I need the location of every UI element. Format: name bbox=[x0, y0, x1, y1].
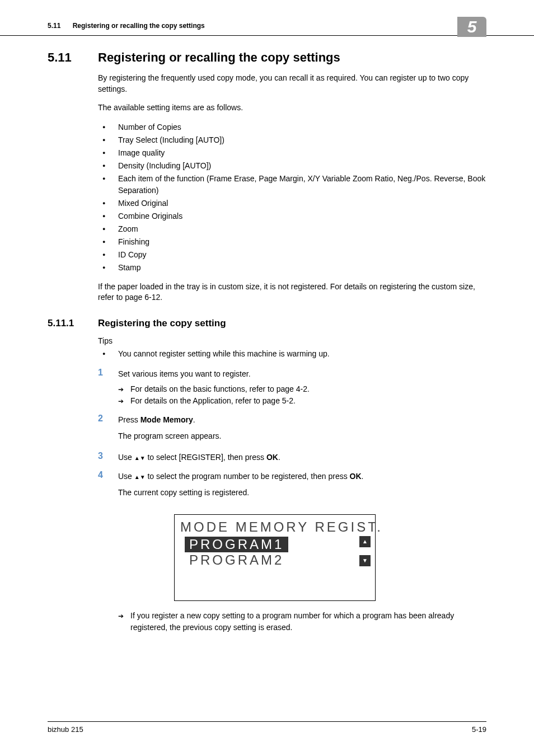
step-3: 3 Use ▲▼ to select [REGISTER], then pres… bbox=[98, 451, 486, 463]
list-item: Density (Including [AUTO]) bbox=[98, 160, 486, 172]
header-section-title: Registering or recalling the copy settin… bbox=[73, 22, 205, 30]
step-text-pre: Use bbox=[118, 453, 134, 462]
step-text-pre: Use bbox=[118, 472, 134, 481]
settings-list: Number of Copies Tray Select (Including … bbox=[98, 121, 486, 274]
step-arrows: For details on the basic functions, refe… bbox=[118, 383, 486, 407]
section-title: Registering or recalling the copy settin… bbox=[98, 50, 340, 65]
subsection-title: Registering the copy setting bbox=[98, 318, 226, 329]
step-bold: OK bbox=[266, 453, 278, 462]
screen-selected-item: PROGRAM1 bbox=[185, 537, 288, 552]
step-2: 2 Press Mode Memory. The program screen … bbox=[98, 414, 486, 444]
list-item: Finishing bbox=[98, 236, 486, 248]
step-result: The program screen appears. bbox=[118, 430, 486, 442]
step-text-post: . bbox=[193, 415, 195, 424]
section-number: 5.11 bbox=[48, 50, 98, 65]
page-header: 5.11 Registering or recalling the copy s… bbox=[0, 0, 534, 36]
chapter-badge: 5 bbox=[457, 17, 486, 37]
step-bold: OK bbox=[350, 472, 362, 481]
section-heading: 5.11 Registering or recalling the copy s… bbox=[48, 50, 486, 65]
step-body: Use ▲▼ to select [REGISTER], then press … bbox=[118, 451, 486, 463]
list-item: Each item of the function (Frame Erase, … bbox=[98, 173, 486, 196]
list-item: Zoom bbox=[98, 223, 486, 235]
step-number: 3 bbox=[98, 451, 118, 463]
header-breadcrumb: 5.11 Registering or recalling the copy s… bbox=[48, 21, 205, 31]
step-4: 4 Use ▲▼ to select the program number to… bbox=[98, 470, 486, 501]
list-item: You cannot register setting while this m… bbox=[98, 348, 486, 360]
tips-label: Tips bbox=[98, 336, 486, 347]
arrow-item: For details on the Application, refer to… bbox=[118, 395, 486, 407]
scroll-down-icon: ▼ bbox=[359, 555, 371, 566]
step-text-mid: to select the program number to be regis… bbox=[146, 472, 350, 481]
section-note: If the paper loaded in the tray is in cu… bbox=[98, 281, 486, 303]
list-item: ID Copy bbox=[98, 249, 486, 261]
list-item: Mixed Original bbox=[98, 198, 486, 209]
step-text-post: . bbox=[278, 453, 280, 462]
step-body: Press Mode Memory. The program screen ap… bbox=[118, 414, 486, 444]
step-1: 1 Set various items you want to register… bbox=[98, 368, 486, 407]
step-number: 1 bbox=[98, 368, 118, 407]
arrow-item: For details on the basic functions, refe… bbox=[118, 383, 486, 395]
screen-option: PROGRAM2 bbox=[189, 552, 369, 568]
page-footer: bizhub 215 5-19 bbox=[48, 721, 486, 734]
up-down-icon: ▲▼ bbox=[134, 454, 146, 461]
step-body: Use ▲▼ to select the program number to b… bbox=[118, 470, 486, 501]
step-number: 2 bbox=[98, 414, 118, 444]
footer-page-num: 5-19 bbox=[472, 725, 486, 734]
step-text-mid: to select [REGISTER], then press bbox=[146, 453, 266, 462]
device-screen-illustration: MODE MEMORY REGIST. PROGRAM1 PROGRAM2 ▲ … bbox=[174, 514, 376, 601]
step-result: The current copy setting is registered. bbox=[118, 487, 486, 499]
step-text: Set various items you want to register. bbox=[118, 369, 251, 378]
arrow-note: If you register a new copy setting to a … bbox=[118, 610, 486, 633]
list-item: Number of Copies bbox=[98, 121, 486, 133]
scroll-up-icon: ▲ bbox=[359, 536, 371, 547]
list-item: Tray Select (Including [AUTO]) bbox=[98, 134, 486, 146]
page-content: 5.11 Registering or recalling the copy s… bbox=[0, 36, 534, 633]
step-text-pre: Press bbox=[118, 415, 140, 424]
footer-product: bizhub 215 bbox=[48, 725, 83, 734]
step-number: 4 bbox=[98, 470, 118, 501]
header-section-num: 5.11 bbox=[48, 22, 60, 30]
step-text-post: . bbox=[362, 472, 364, 481]
section-intro: By registering the frequently used copy … bbox=[98, 73, 486, 95]
scroll-indicator: ▲ ▼ bbox=[359, 536, 371, 574]
step-bold: Mode Memory bbox=[140, 415, 193, 424]
subsection-number: 5.11.1 bbox=[48, 318, 98, 329]
list-item: Combine Originals bbox=[98, 210, 486, 222]
section-available-line: The available setting items are as follo… bbox=[98, 102, 486, 114]
screen-title: MODE MEMORY REGIST. bbox=[180, 519, 369, 535]
subsection-heading: 5.11.1 Registering the copy setting bbox=[48, 318, 486, 329]
step-body: Set various items you want to register. … bbox=[118, 368, 486, 407]
tips-list: You cannot register setting while this m… bbox=[98, 348, 486, 360]
up-down-icon: ▲▼ bbox=[134, 473, 146, 480]
list-item: Stamp bbox=[98, 262, 486, 274]
list-item: Image quality bbox=[98, 147, 486, 159]
